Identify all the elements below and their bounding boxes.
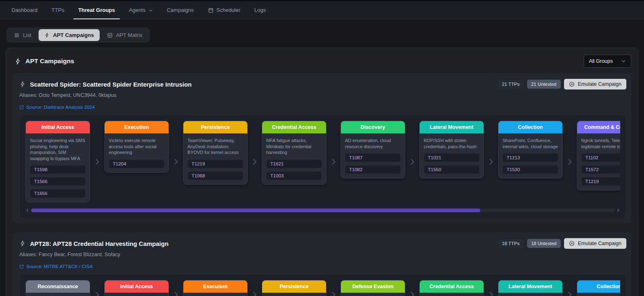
stage-arrow-icon xyxy=(405,158,419,166)
horizontal-scrollbar xyxy=(25,208,620,212)
kill-chain-stage-card[interactable]: Discovery AD enumeration, cloud resource… xyxy=(340,121,405,179)
ttp-chip[interactable]: T1219 xyxy=(187,159,243,168)
campaign-actions: 18 TTPs 18 Untested Emulate Campaign xyxy=(498,238,626,249)
campaign-card-apt28: APT28: APT28 Credential Harvesting Campa… xyxy=(13,232,631,296)
kill-chain-stage-card[interactable]: Initial Access Social engineering via SM… xyxy=(25,121,90,202)
stage-arrow-icon xyxy=(327,291,340,296)
stage-arrow-icon xyxy=(405,291,419,296)
kill-chain-stage-card[interactable]: Command & Control Ngrok tunnels, Telepor… xyxy=(577,121,620,190)
ttp-chip[interactable]: T1550 xyxy=(424,165,480,174)
group-filter-select[interactable]: All Groups xyxy=(584,55,631,68)
untested-badge: 21 Untested xyxy=(527,80,561,89)
stage-header: Lateral Movement xyxy=(420,121,484,133)
ttp-chip[interactable]: T1656 xyxy=(30,189,86,198)
nav-label: Campaigns xyxy=(167,7,194,13)
kill-chain-stage-card[interactable]: Credential Access xyxy=(419,280,484,296)
ttp-chip[interactable]: T1566 xyxy=(30,177,86,186)
stage-body: Social engineering via SMS phishing, hel… xyxy=(26,133,90,202)
scroll-left-icon[interactable] xyxy=(25,208,30,212)
kill-chain-stage-card[interactable]: Lateral Movement RDP/SSH with stolen cre… xyxy=(419,121,484,179)
kill-chain-stage-card[interactable]: Defense Evasion xyxy=(340,280,405,296)
stage-header: Initial Access xyxy=(105,280,169,293)
nav-campaigns[interactable]: Campaigns xyxy=(167,1,194,19)
campaign-source-link[interactable]: Source: Darktrace Analysis 2024 xyxy=(19,105,95,110)
play-circle-icon xyxy=(569,241,575,246)
kill-chain-stage-card[interactable]: Execution Victims execute remote access … xyxy=(104,121,169,173)
ttp-count-badge: 21 TTPs xyxy=(498,80,523,89)
external-link-icon xyxy=(19,264,24,269)
stage-header: Reconnaissance xyxy=(26,280,90,293)
campaign-actions: 21 TTPs 21 Untested Emulate Campaign xyxy=(498,79,626,89)
ttp-chip[interactable]: T1204 xyxy=(109,159,164,168)
nav-scheduler[interactable]: Scheduler xyxy=(208,1,241,19)
ttp-chip[interactable]: T1087 xyxy=(345,153,401,162)
kill-chain-container: Initial Access Social engineering via SM… xyxy=(19,115,626,218)
nav-dashboard[interactable]: Dashboard xyxy=(11,1,38,19)
campaign-aliases: Aliases: Fancy Bear, Forest Blizzard, So… xyxy=(19,252,626,257)
campaign-aliases: Aliases: Octo Tempest, UNC3944, 0ktapus xyxy=(19,92,626,98)
kill-chain-stage-card[interactable]: Reconnaissance xyxy=(25,280,90,296)
ttp-chip[interactable]: T1082 xyxy=(345,165,401,174)
ttp-chip[interactable]: T1572 xyxy=(581,165,620,174)
kill-chain-stage-card[interactable]: Persistence TeamViewer, Pulseway, AnyDes… xyxy=(183,121,248,185)
view-apt-campaigns-button[interactable]: APT Campaigns xyxy=(39,29,100,41)
campaign-title-text: APT28: APT28 Credential Harvesting Campa… xyxy=(30,240,169,247)
stage-description: MFA fatigue attacks, Mimikatz for creden… xyxy=(266,138,322,156)
ttp-chip[interactable]: T1021 xyxy=(424,153,480,162)
stage-body: Victims execute remote access tools afte… xyxy=(105,133,169,172)
emulate-campaign-button[interactable]: Emulate Campaign xyxy=(564,79,626,89)
stage-arrow-icon xyxy=(169,158,183,166)
ttp-chip[interactable]: T1598 xyxy=(30,165,86,174)
view-list-button[interactable]: List xyxy=(8,29,37,41)
emulate-campaign-button[interactable]: Emulate Campaign xyxy=(564,238,626,249)
kill-chain-container: Reconnaissance Initial Access Execution … xyxy=(19,274,626,296)
kill-chain-stage-card[interactable]: Collection SharePoint, Confluence, inter… xyxy=(498,121,563,179)
stage-arrow-icon xyxy=(484,291,498,296)
ttp-chip[interactable]: T1213 xyxy=(502,153,558,162)
emulate-campaign-label: Emulate Campaign xyxy=(578,241,621,246)
kill-chain-stage-card[interactable]: Execution xyxy=(183,280,248,296)
ttp-chip[interactable]: T1219 xyxy=(581,177,620,186)
stage-arrow-icon xyxy=(248,291,262,296)
kill-chain-row: Reconnaissance Initial Access Execution … xyxy=(25,280,620,296)
stage-description: Victims execute remote access tools afte… xyxy=(109,138,164,156)
nav-threat-groups[interactable]: Threat Groups xyxy=(78,1,115,19)
ttp-chip[interactable]: T1102 xyxy=(581,153,620,162)
chevron-down-icon xyxy=(621,59,626,64)
stage-arrow-icon xyxy=(327,158,340,166)
ttp-chip[interactable]: T1530 xyxy=(502,165,558,174)
kill-chain-stage-card[interactable]: Lateral Movement xyxy=(498,280,563,296)
stage-body xyxy=(498,293,562,296)
stage-arrow-icon xyxy=(563,158,577,166)
play-circle-icon xyxy=(569,81,575,87)
campaign-title-text: Scattered Spider: Scattered Spider Enter… xyxy=(30,81,192,88)
nav-ttps[interactable]: TTPs xyxy=(52,1,64,19)
ttp-chip[interactable]: T1068 xyxy=(187,171,243,180)
matrix-icon xyxy=(107,32,113,38)
stage-body xyxy=(26,293,90,296)
stage-ttp-list: T1213T1530 xyxy=(502,153,558,174)
kill-chain-stage-card[interactable]: Credential Access MFA fatigue attacks, M… xyxy=(262,121,327,185)
view-apt-matrix-button[interactable]: APT Matrix xyxy=(101,29,148,41)
scrollbar-track[interactable] xyxy=(31,209,614,212)
nav-agents[interactable]: Agents xyxy=(129,1,153,19)
stage-header: Collection xyxy=(498,121,562,133)
scrollbar-thumb[interactable] xyxy=(31,209,480,212)
stage-body xyxy=(105,293,169,296)
stage-body xyxy=(183,293,247,296)
ttp-chip[interactable]: T1003 xyxy=(266,171,322,180)
ttp-chip[interactable]: T1621 xyxy=(266,159,322,168)
campaign-source-text: Source: Darktrace Analysis 2024 xyxy=(26,105,95,110)
stage-ttp-list: T1087T1082 xyxy=(345,153,401,174)
stage-description: Social engineering via SMS phishing, hel… xyxy=(30,138,86,161)
stage-description: TeamViewer, Pulseway, AnyDesk installati… xyxy=(187,138,243,156)
nav-label: Agents xyxy=(129,7,145,13)
untested-badge: 18 Untested xyxy=(527,239,561,248)
kill-chain-stage-card[interactable]: Initial Access xyxy=(104,280,169,296)
kill-chain-stage-card[interactable]: Collection xyxy=(577,280,620,296)
scroll-right-icon[interactable] xyxy=(616,208,620,212)
nav-logs[interactable]: Logs xyxy=(254,1,266,19)
view-apt-campaigns-label: APT Campaigns xyxy=(53,32,94,38)
kill-chain-stage-card[interactable]: Persistence xyxy=(262,280,327,296)
campaign-source-link[interactable]: Source: MITRE ATT&CK / CISA xyxy=(19,264,93,269)
